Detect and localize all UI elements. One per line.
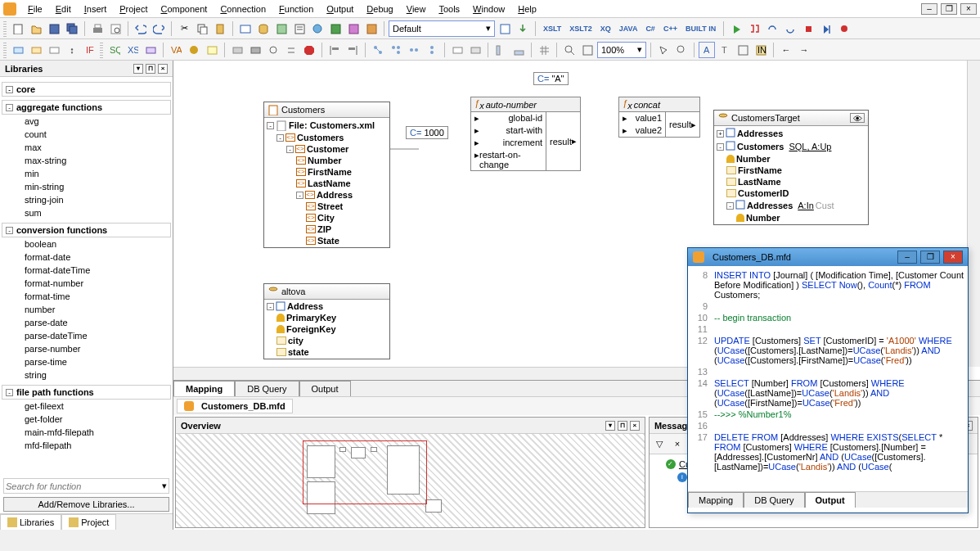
lib-item-parse-time[interactable]: parse-time [2,355,171,368]
breakpoint-button[interactable] [836,20,852,37]
fw-tab-dbquery[interactable]: DB Query [744,492,804,508]
lib-item-format-dateTime[interactable]: format-dateTime [2,264,171,277]
lib-item-max[interactable]: max [2,141,171,154]
grid-button[interactable] [536,42,552,58]
back-button[interactable]: ← [778,42,794,58]
minimize-button[interactable]: – [921,3,937,15]
component-altova[interactable]: altova -Address PrimaryKey ForeignKey ci… [263,283,390,359]
menu-help[interactable]: Help [511,2,543,16]
menu-view[interactable]: View [400,2,433,16]
lang-xslt2[interactable]: XSLT2 [566,20,595,37]
library-search-input[interactable] [6,481,162,491]
function-concat[interactable]: ƒxconcat ▸value1 ▸value2 result▸ [618,97,700,138]
tab-dbquery[interactable]: DB Query [235,381,299,396]
run-button[interactable] [728,20,744,37]
lib-item-number[interactable]: number [2,303,171,316]
panel-dropdown-icon[interactable]: ▾ [605,421,615,431]
settings-button[interactable] [265,42,281,58]
insert-json-button[interactable] [363,20,380,37]
lib-item-avg[interactable]: avg [2,115,171,128]
comment-button[interactable] [204,42,220,58]
lib-item-min[interactable]: min [2,167,171,180]
menu-tools[interactable]: Tools [432,2,466,16]
insert-ws-button[interactable] [309,20,326,37]
lang-built in[interactable]: BUILT IN [682,20,719,37]
lib-item-parse-dateTime[interactable]: parse-dateTime [2,329,171,342]
lib-item-max-string[interactable]: max-string [2,154,171,167]
library-search[interactable]: ▾ [3,478,169,494]
insert-filter-button[interactable] [46,42,62,58]
fw-maximize-button[interactable]: ❐ [920,251,940,264]
fw-close-button[interactable]: × [943,251,963,264]
redo-button[interactable] [151,20,167,37]
open-button[interactable] [28,20,44,37]
lang-xslt[interactable]: XSLT [540,20,564,37]
show-overview-button[interactable] [510,42,527,58]
lib-item-parse-date[interactable]: parse-date [2,316,171,329]
menu-debug[interactable]: Debug [360,2,399,16]
annotations-toggle[interactable] [449,42,465,58]
save-button[interactable] [46,20,62,37]
tab-libraries[interactable]: Libraries [0,514,61,530]
undo-button[interactable] [133,20,149,37]
constant-A[interactable]: C="A" [533,72,569,85]
restore-button[interactable]: ❐ [941,3,957,15]
info-button[interactable]: INFO [753,42,769,58]
close-button[interactable]: × [960,3,977,15]
step-over-button[interactable] [764,20,780,37]
output-window-title[interactable]: Customers_DB.mfd – ❐ × [688,248,968,266]
lib-item-string-join[interactable]: string-join [2,193,171,206]
step-out-button[interactable] [782,20,798,37]
panel-dropdown-icon[interactable]: ▾ [133,64,143,74]
panel-pin-icon[interactable]: ⊓ [146,64,155,74]
stop-button[interactable] [800,20,816,37]
zoom-select[interactable]: 100%▾ [597,42,646,58]
exception-button[interactable] [186,42,202,58]
lib-item-format-time[interactable]: format-time [2,290,171,303]
reverse-button[interactable] [283,42,299,58]
lib-item-format-number[interactable]: format-number [2,277,171,290]
insert-edi-button[interactable] [273,20,290,37]
menu-insert[interactable]: Insert [78,2,114,16]
panel-close-icon[interactable]: × [158,64,168,74]
lib-item-sum[interactable]: sum [2,206,171,219]
msg-clear-button[interactable]: × [669,436,686,452]
lang-xq[interactable]: XQ [597,20,614,37]
tab-project[interactable]: Project [61,514,116,530]
menu-connection[interactable]: Connection [214,2,272,16]
forward-button[interactable]: → [796,42,812,58]
lib-item-string[interactable]: string [2,368,171,382]
menu-project[interactable]: Project [113,2,154,16]
insert-if-button[interactable]: IF [82,42,98,58]
user-func-button[interactable] [229,42,245,58]
show-types-button[interactable]: T [717,42,733,58]
insert-xbrl-button[interactable] [345,20,362,37]
insert-db-button[interactable] [255,20,272,37]
lib-item-boolean[interactable]: boolean [2,237,171,251]
target-language-select[interactable]: Default▾ [389,20,495,37]
show-library-button[interactable] [492,42,509,58]
step-into-button[interactable] [746,20,762,37]
menu-function[interactable]: Function [272,2,320,16]
user-func-inline-button[interactable] [247,42,263,58]
select-tool[interactable] [655,42,672,58]
panel-pin-icon[interactable]: ⊓ [618,421,627,431]
conn-keep-button[interactable] [406,42,422,58]
panel-close-icon[interactable]: × [630,421,640,431]
output-window[interactable]: Customers_DB.mfd – ❐ × 8INSERT INTO [Jou… [687,247,969,513]
doc-tab-customers-db[interactable]: Customers_DB.mfd [177,399,293,413]
lib-item-mfd-filepath[interactable]: mfd-filepath [2,439,171,452]
insert-sort-button[interactable]: ↕ [64,42,80,58]
lib-item-min-string[interactable]: min-string [2,180,171,193]
tab-output[interactable]: Output [299,381,351,396]
types-toggle[interactable] [467,42,483,58]
stop-icon[interactable] [301,42,317,58]
msg-filter-button[interactable]: ▽ [651,436,668,452]
lib-group-conversion-functions[interactable]: -conversion functions [2,223,171,237]
print-preview-button[interactable] [107,20,124,37]
tab-mapping[interactable]: Mapping [173,381,235,396]
conn-auto-button[interactable] [370,42,386,58]
component-customers[interactable]: Customers -File: Customers.xml -<>Custom… [263,102,390,248]
align-right-button[interactable] [344,42,361,58]
align-left-button[interactable] [326,42,343,58]
